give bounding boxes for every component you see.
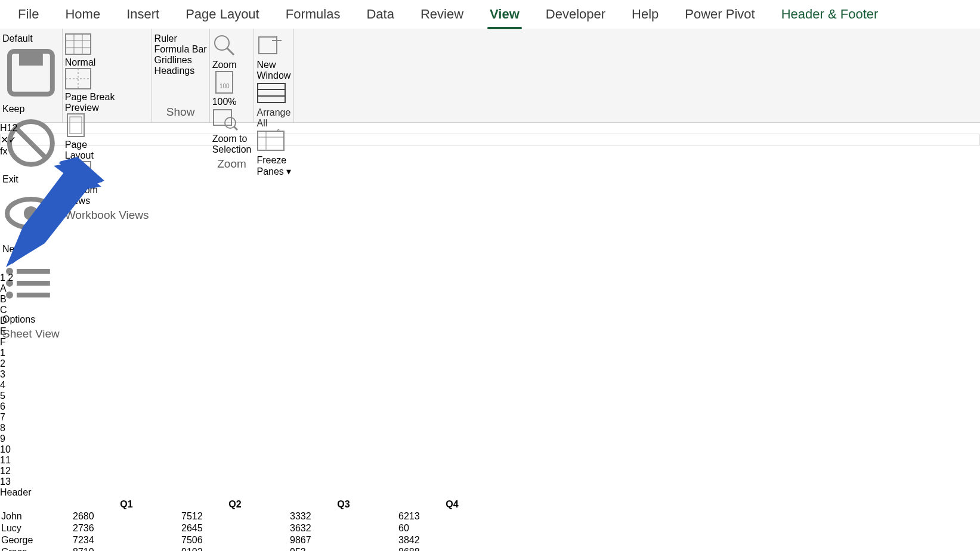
save-disk-icon	[2, 44, 60, 101]
table-header[interactable]: Q1	[73, 499, 180, 510]
tab-power-pivot[interactable]: Power Pivot	[672, 0, 768, 28]
row-header-13[interactable]: 13	[0, 476, 980, 487]
row-headers: 12345678910111213	[0, 348, 980, 487]
tab-header-footer[interactable]: Header & Footer	[768, 0, 892, 28]
tab-page-layout[interactable]: Page Layout	[172, 0, 273, 28]
freeze-panes-icon: *	[256, 129, 291, 155]
header-section-label: Header	[0, 487, 980, 498]
value-cell[interactable]: 2736	[73, 523, 180, 534]
page-paper: Header Q1Q2Q3Q4John2680751233326213Lucy2…	[0, 487, 980, 551]
name-cell[interactable]: Lucy	[1, 523, 72, 534]
sheet-view-keep[interactable]: Keep	[2, 44, 60, 114]
group-label-show: Show	[154, 103, 207, 120]
tab-insert[interactable]: Insert	[113, 0, 172, 28]
svg-rect-21	[70, 117, 82, 134]
row-header-3[interactable]: 3	[0, 369, 980, 380]
row-header-6[interactable]: 6	[0, 401, 980, 412]
tab-home[interactable]: Home	[52, 0, 113, 28]
normal-view-button[interactable]: Normal	[65, 33, 149, 68]
column-headers: ABCDEF	[0, 283, 980, 348]
svg-point-25	[215, 36, 229, 50]
arrange-all-button[interactable]: Arrange All	[256, 81, 291, 129]
group-label-window	[256, 177, 291, 194]
sheet-view-select-value: Default	[2, 33, 33, 44]
value-cell[interactable]: 3632	[290, 523, 397, 534]
formula-bar-checkbox[interactable]: Formula Bar	[154, 44, 207, 55]
tab-data[interactable]: Data	[353, 0, 407, 28]
row-header-7[interactable]: 7	[0, 412, 980, 423]
tab-file[interactable]: File	[5, 0, 52, 28]
freeze-panes-button[interactable]: * Freeze Panes ▾	[256, 129, 291, 177]
row-header-2[interactable]: 2	[0, 358, 980, 369]
value-cell[interactable]: 7506	[181, 535, 289, 546]
value-cell[interactable]: 8688	[398, 547, 506, 551]
table-row[interactable]: John2680751233326213	[1, 511, 506, 522]
svg-line-31	[234, 126, 237, 130]
row-header-5[interactable]: 5	[0, 391, 980, 401]
row-header-11[interactable]: 11	[0, 455, 980, 466]
group-window: New Window Arrange All * Freeze Panes ▾	[254, 29, 294, 122]
name-cell[interactable]: John	[1, 511, 72, 522]
row-header-8[interactable]: 8	[0, 423, 980, 434]
group-workbook-views: Normal Page Break Preview Page Layout Cu…	[63, 29, 152, 122]
value-cell[interactable]: 8710	[73, 547, 180, 551]
value-cell[interactable]: 7234	[73, 535, 180, 546]
table-header[interactable]: Q3	[290, 499, 397, 510]
tab-developer[interactable]: Developer	[533, 0, 619, 28]
svg-line-26	[227, 48, 234, 55]
value-cell[interactable]: 2645	[181, 523, 289, 534]
value-cell[interactable]: 3842	[398, 535, 506, 546]
zoom-to-selection-button[interactable]: Zoom to Selection	[212, 107, 252, 155]
name-cell[interactable]: Grace	[1, 547, 72, 551]
sheet-view-select[interactable]: Default	[2, 33, 60, 44]
svg-text:100: 100	[220, 83, 230, 89]
page-100-icon: 100	[212, 70, 252, 97]
table-header[interactable]	[1, 499, 72, 510]
row-header-12[interactable]: 12	[0, 466, 980, 476]
name-cell[interactable]: George	[1, 535, 72, 546]
tab-help[interactable]: Help	[619, 0, 672, 28]
headings-checkbox[interactable]: Headings	[154, 66, 207, 76]
zoom-100-button[interactable]: 100 100%	[212, 70, 252, 107]
accept-formula-button[interactable]: ✓	[8, 134, 16, 146]
table-row[interactable]: Grace871091029538688	[1, 547, 506, 551]
arrange-all-icon	[256, 81, 291, 107]
row-header-4[interactable]: 4	[0, 380, 980, 391]
row-header-10[interactable]: 10	[0, 444, 980, 455]
table-row[interactable]: George7234750698673842	[1, 535, 506, 546]
ruler-checkbox[interactable]: Ruler	[154, 33, 207, 44]
table-header[interactable]: Q2	[181, 499, 289, 510]
value-cell[interactable]: 9102	[181, 547, 289, 551]
svg-rect-32	[259, 37, 277, 54]
data-table[interactable]: Q1Q2Q3Q4John2680751233326213Lucy27362645…	[0, 498, 507, 551]
svg-rect-27	[216, 72, 233, 93]
value-cell[interactable]: 3332	[290, 511, 397, 522]
value-cell[interactable]: 9867	[290, 535, 397, 546]
ribbon: Default Keep Exit New Options	[0, 29, 980, 123]
table-header[interactable]: Q4	[398, 499, 506, 510]
ribbon-tabs: File Home Insert Page Layout Formulas Da…	[0, 0, 980, 29]
row-header-1[interactable]: 1	[0, 348, 980, 358]
new-window-icon	[256, 33, 291, 60]
row-header-9[interactable]: 9	[0, 434, 980, 444]
page-layout-button[interactable]: Page Layout	[65, 113, 149, 161]
value-cell[interactable]: 7512	[181, 511, 289, 522]
magnifier-icon	[212, 33, 252, 60]
page-break-preview-button[interactable]: Page Break Preview	[65, 68, 149, 113]
arrow-annotation	[0, 157, 107, 270]
value-cell[interactable]: 60	[398, 523, 506, 534]
tab-view[interactable]: View	[477, 0, 533, 28]
zoom-selection-icon	[212, 107, 252, 134]
vertical-ruler: 1 2	[0, 273, 980, 283]
tab-review[interactable]: Review	[407, 0, 477, 28]
gridlines-checkbox[interactable]: Gridlines	[154, 55, 207, 66]
zoom-button[interactable]: Zoom	[212, 33, 252, 70]
value-cell[interactable]: 6213	[398, 511, 506, 522]
svg-text:*: *	[277, 129, 280, 135]
cancel-formula-button[interactable]: ✕	[1, 134, 8, 146]
table-row[interactable]: Lucy27362645363260	[1, 523, 506, 534]
new-window-button[interactable]: New Window	[256, 33, 291, 81]
value-cell[interactable]: 2680	[73, 511, 180, 522]
value-cell[interactable]: 953	[290, 547, 397, 551]
tab-formulas[interactable]: Formulas	[273, 0, 354, 28]
